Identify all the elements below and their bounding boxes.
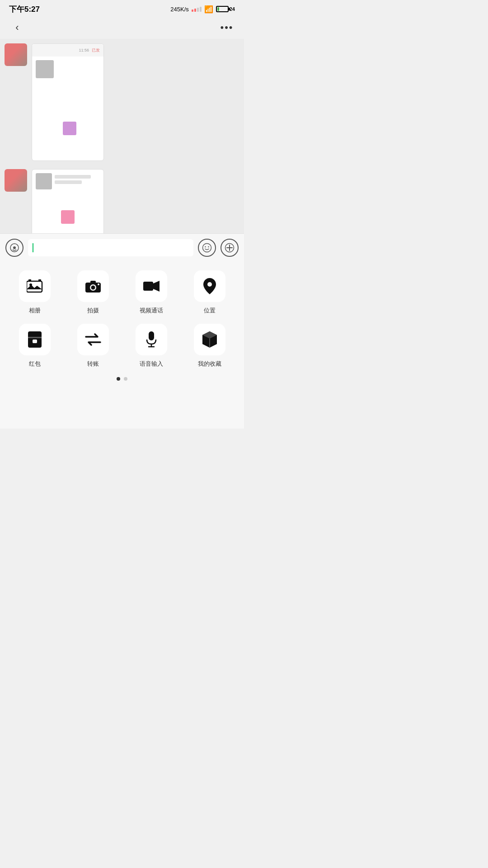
- t2-spacer: [36, 192, 100, 206]
- more-button[interactable]: •••: [219, 19, 235, 36]
- album-label: 相册: [29, 307, 41, 315]
- thumb-block-pink-1: [63, 122, 76, 135]
- status-time: 下午5:27: [9, 4, 40, 14]
- thumb-body-2: [32, 170, 103, 227]
- dot-2: [124, 377, 127, 381]
- thumb-body-1: [32, 57, 103, 139]
- redpack-label: 红包: [29, 360, 41, 368]
- action-item-collect[interactable]: 我的收藏: [184, 324, 235, 368]
- message-item-2: [5, 169, 239, 233]
- voice-icon: [10, 243, 19, 252]
- action-item-location[interactable]: 位置: [184, 270, 235, 315]
- voice-button[interactable]: [5, 239, 23, 257]
- action-item-transfer[interactable]: 转账: [67, 324, 118, 368]
- battery-num: 24: [230, 6, 235, 12]
- signal-bars: [192, 7, 202, 12]
- action-icon-collect: [194, 324, 225, 355]
- screenshot-thumb-1: 11:56 已发: [32, 43, 104, 161]
- chat-area: 11:56 已发: [0, 39, 244, 233]
- wifi-icon: 📶: [204, 5, 213, 14]
- action-grid-row2: 红包 转账 语音输入: [9, 324, 235, 368]
- action-icon-album: [19, 270, 51, 302]
- t2-line-1: [55, 175, 91, 179]
- battery-outline: [216, 6, 229, 12]
- signal-bar-3: [197, 8, 199, 12]
- svg-rect-10: [27, 281, 42, 292]
- emoji-icon: [202, 243, 212, 253]
- mic-icon: [145, 331, 158, 348]
- svg-point-19: [98, 283, 99, 285]
- battery-fill: [217, 7, 219, 11]
- action-icon-redpack: [19, 324, 51, 355]
- svg-rect-26: [149, 331, 154, 340]
- thumb-sent: 已发: [92, 47, 100, 53]
- svg-rect-14: [38, 279, 41, 282]
- avatar-1: [5, 43, 27, 66]
- network-speed: 245K/s: [170, 6, 188, 13]
- text-cursor: [33, 243, 33, 252]
- svg-marker-21: [153, 281, 160, 292]
- text-input-field[interactable]: [28, 239, 193, 256]
- box-icon: [202, 331, 217, 348]
- dot-1: [117, 377, 120, 381]
- album-icon: [27, 279, 43, 293]
- page-dots: [9, 377, 235, 381]
- t2-block-pink: [61, 210, 75, 224]
- action-icon-location: [194, 270, 225, 302]
- svg-rect-18: [90, 281, 96, 283]
- redpack-icon: [28, 331, 42, 348]
- svg-point-4: [203, 243, 211, 252]
- header: ‹ •••: [0, 16, 244, 39]
- svg-point-12: [29, 283, 32, 286]
- action-item-voice-input[interactable]: 语音输入: [126, 324, 177, 368]
- t2-line-2: [55, 180, 82, 184]
- thumb-header-1: 11:56 已发: [32, 44, 103, 57]
- add-icon: [225, 243, 235, 253]
- signal-bar-4: [200, 7, 202, 12]
- svg-rect-20: [143, 282, 153, 291]
- avatar-2: [5, 169, 27, 192]
- t2-square-1: [36, 173, 52, 189]
- input-bar: [0, 233, 244, 261]
- thumb-block-gray-1: [36, 60, 54, 78]
- collect-label: 我的收藏: [198, 360, 221, 368]
- add-button[interactable]: [221, 239, 239, 257]
- thumb-spacer: [36, 82, 100, 118]
- battery-box: 24: [216, 6, 235, 12]
- signal-bar-1: [192, 9, 193, 12]
- action-icon-voice-input: [136, 324, 167, 355]
- svg-marker-11: [27, 285, 42, 289]
- thumb-time: 11:56: [79, 48, 89, 52]
- signal-bar-2: [194, 9, 196, 12]
- camera-icon: [85, 279, 101, 293]
- message-item-1: 11:56 已发: [5, 43, 239, 161]
- svg-rect-25: [33, 340, 37, 343]
- svg-point-22: [207, 282, 212, 287]
- status-bar: 下午5:27 245K/s 📶 24: [0, 0, 244, 16]
- svg-point-5: [205, 246, 206, 247]
- emoji-button[interactable]: [198, 239, 216, 257]
- voice-input-label: 语音输入: [140, 360, 163, 368]
- transfer-icon: [85, 333, 101, 346]
- action-item-redpack[interactable]: 红包: [9, 324, 60, 368]
- back-button[interactable]: ‹: [9, 19, 25, 36]
- action-panel: 相册 拍摄 视频通话: [0, 261, 244, 429]
- location-label: 位置: [204, 307, 216, 315]
- action-grid-row1: 相册 拍摄 视频通话: [9, 270, 235, 315]
- svg-rect-24: [28, 337, 42, 338]
- svg-point-3: [13, 246, 16, 249]
- svg-point-6: [208, 246, 209, 247]
- svg-point-17: [91, 286, 95, 290]
- avatar-img-2: [5, 169, 27, 192]
- thumb2-row-1: [36, 173, 100, 189]
- video-icon: [143, 280, 160, 292]
- action-icon-video: [136, 270, 167, 302]
- action-item-video[interactable]: 视频通话: [126, 270, 177, 315]
- action-item-camera[interactable]: 拍摄: [67, 270, 118, 315]
- transfer-label: 转账: [87, 360, 99, 368]
- avatar-img-1: [5, 43, 27, 66]
- svg-rect-13: [28, 279, 31, 282]
- location-icon: [203, 278, 216, 294]
- video-label: 视频通话: [140, 307, 163, 315]
- action-item-album[interactable]: 相册: [9, 270, 60, 315]
